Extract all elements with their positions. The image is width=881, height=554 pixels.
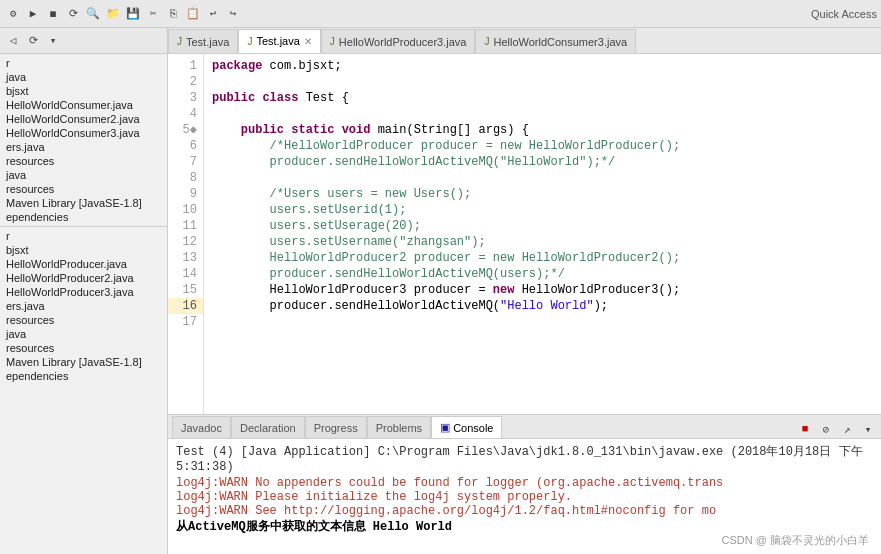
console-menu-icon[interactable]: ▾ — [859, 420, 877, 438]
line-16: 16 — [168, 298, 203, 314]
tab-close-1[interactable]: ✕ — [304, 36, 312, 47]
bottom-tab-declaration[interactable]: Declaration — [231, 416, 305, 438]
tab-icon-1: J — [247, 36, 252, 47]
sidebar-item-6[interactable]: ers.java — [0, 140, 167, 154]
line-3: 3 — [168, 90, 203, 106]
bottom-tab-bar: Javadoc Declaration Progress Problems ▣ … — [168, 415, 881, 439]
editor-area: J Test.java J Test.java ✕ J HelloWorldPr… — [168, 28, 881, 554]
toolbar-icon-12[interactable]: ↪ — [224, 5, 242, 23]
console-line-1: log4j:WARN Please initialize the log4j s… — [176, 490, 873, 504]
tab-bar: J Test.java J Test.java ✕ J HelloWorldPr… — [168, 28, 881, 54]
bottom-panel-icons: ■ ⊘ ↗ ▾ — [502, 420, 881, 438]
toolbar-icon-2[interactable]: ▶ — [24, 5, 42, 23]
bottom-tab-console-label: Console — [453, 422, 493, 434]
console-expand-icon[interactable]: ↗ — [838, 420, 856, 438]
toolbar-left: ⚙ ▶ ◼ ⟳ 🔍 📁 💾 ✂ ⎘ 📋 ↩ ↪ — [4, 5, 242, 23]
bottom-tab-progress[interactable]: Progress — [305, 416, 367, 438]
tab-icon-0: J — [177, 36, 182, 47]
sidebar-item-17[interactable]: HelloWorldProducer3.java — [0, 285, 167, 299]
sidebar-item-1[interactable]: java — [0, 70, 167, 84]
sidebar-item-21[interactable]: resources — [0, 341, 167, 355]
toolbar-icon-10[interactable]: 📋 — [184, 5, 202, 23]
bottom-tab-javadoc-label: Javadoc — [181, 422, 222, 434]
sidebar-item-3[interactable]: HelloWorldConsumer.java — [0, 98, 167, 112]
sidebar-item-13[interactable]: r — [0, 229, 167, 243]
tab-1[interactable]: J Test.java ✕ — [238, 29, 320, 53]
toolbar-icon-11[interactable]: ↩ — [204, 5, 222, 23]
sidebar-item-8[interactable]: java — [0, 168, 167, 182]
toolbar-icon-1[interactable]: ⚙ — [4, 5, 22, 23]
toolbar-icon-6[interactable]: 📁 — [104, 5, 122, 23]
toolbar-icon-9[interactable]: ⎘ — [164, 5, 182, 23]
line-numbers: 1 2 3 4 5◆ 6 7 8 9 10 11 12 13 14 15 16 … — [168, 54, 204, 414]
sidebar-item-7[interactable]: resources — [0, 154, 167, 168]
sidebar-refresh-icon[interactable]: ⟳ — [24, 32, 42, 50]
sidebar-item-23[interactable]: ependencies — [0, 369, 167, 383]
sidebar-item-9[interactable]: resources — [0, 182, 167, 196]
line-5: 5◆ — [168, 122, 203, 138]
toolbar-icon-4[interactable]: ⟳ — [64, 5, 82, 23]
sidebar-item-18[interactable]: ers.java — [0, 299, 167, 313]
console-clear-icon[interactable]: ⊘ — [817, 420, 835, 438]
tab-label-0: Test.java — [186, 36, 229, 48]
sidebar-collapse-icon[interactable]: ◁ — [4, 32, 22, 50]
line-8: 8 — [168, 170, 203, 186]
sidebar-item-22[interactable]: Maven Library [JavaSE-1.8] — [0, 355, 167, 369]
code-editor: 1 2 3 4 5◆ 6 7 8 9 10 11 12 13 14 15 16 … — [168, 54, 881, 414]
line-1: 1 — [168, 58, 203, 74]
toolbar-icon-5[interactable]: 🔍 — [84, 5, 102, 23]
sidebar-menu-icon[interactable]: ▾ — [44, 32, 62, 50]
line-17: 17 — [168, 314, 203, 330]
sidebar-item-19[interactable]: resources — [0, 313, 167, 327]
bottom-tab-problems-label: Problems — [376, 422, 422, 434]
sidebar-content: r java bjsxt HelloWorldConsumer.java Hel… — [0, 54, 167, 554]
main-toolbar: ⚙ ▶ ◼ ⟳ 🔍 📁 💾 ✂ ⎘ 📋 ↩ ↪ Quick Access — [0, 0, 881, 28]
tab-2[interactable]: J HelloWorldProducer3.java — [321, 29, 476, 53]
tab-3[interactable]: J HelloWorldConsumer3.java — [475, 29, 636, 53]
line-10: 10 — [168, 202, 203, 218]
sidebar-item-2[interactable]: bjsxt — [0, 84, 167, 98]
sidebar-item-14[interactable]: bjsxt — [0, 243, 167, 257]
sidebar: ◁ ⟳ ▾ r java bjsxt HelloWorldConsumer.ja… — [0, 28, 168, 554]
console-stop-icon[interactable]: ■ — [796, 420, 814, 438]
tab-label-3: HelloWorldConsumer3.java — [493, 36, 627, 48]
tab-icon-3: J — [484, 36, 489, 47]
sidebar-item-10[interactable]: Maven Library [JavaSE-1.8] — [0, 196, 167, 210]
tab-label-1: Test.java — [256, 35, 299, 47]
toolbar-icon-8[interactable]: ✂ — [144, 5, 162, 23]
bottom-tab-declaration-label: Declaration — [240, 422, 296, 434]
sidebar-divider — [0, 226, 167, 227]
tab-icon-2: J — [330, 36, 335, 47]
line-11: 11 — [168, 218, 203, 234]
toolbar-icon-7[interactable]: 💾 — [124, 5, 142, 23]
sidebar-toolbar: ◁ ⟳ ▾ — [0, 28, 167, 54]
line-9: 9 — [168, 186, 203, 202]
line-7: 7 — [168, 154, 203, 170]
line-12: 12 — [168, 234, 203, 250]
tab-label-2: HelloWorldProducer3.java — [339, 36, 467, 48]
line-2: 2 — [168, 74, 203, 90]
bottom-tab-javadoc[interactable]: Javadoc — [172, 416, 231, 438]
sidebar-item-0[interactable]: r — [0, 56, 167, 70]
sidebar-item-5[interactable]: HelloWorldConsumer3.java — [0, 126, 167, 140]
console-icon: ▣ — [440, 421, 450, 434]
line-13: 13 — [168, 250, 203, 266]
toolbar-icon-3[interactable]: ◼ — [44, 5, 62, 23]
code-content[interactable]: package com.bjsxt; public class Test { p… — [204, 54, 881, 414]
line-4: 4 — [168, 106, 203, 122]
main-layout: ◁ ⟳ ▾ r java bjsxt HelloWorldConsumer.ja… — [0, 28, 881, 554]
line-14: 14 — [168, 266, 203, 282]
sidebar-item-11[interactable]: ependencies — [0, 210, 167, 224]
sidebar-item-15[interactable]: HelloWorldProducer.java — [0, 257, 167, 271]
console-line-0: log4j:WARN No appenders could be found f… — [176, 476, 873, 490]
watermark: CSDN @ 脑袋不灵光的小白羊 — [722, 533, 869, 548]
sidebar-item-20[interactable]: java — [0, 327, 167, 341]
console-line-2: log4j:WARN See http://logging.apache.org… — [176, 504, 873, 518]
console-header: Test (4) [Java Application] C:\Program F… — [176, 443, 873, 474]
quick-access-label: Quick Access — [811, 8, 877, 20]
sidebar-item-16[interactable]: HelloWorldProducer2.java — [0, 271, 167, 285]
tab-0[interactable]: J Test.java — [168, 29, 238, 53]
sidebar-item-4[interactable]: HelloWorldConsumer2.java — [0, 112, 167, 126]
bottom-tab-problems[interactable]: Problems — [367, 416, 431, 438]
bottom-tab-console[interactable]: ▣ Console — [431, 416, 502, 438]
